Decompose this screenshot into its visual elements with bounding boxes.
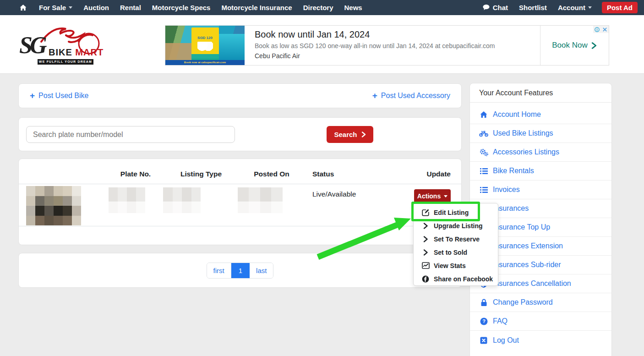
menu-item-upgrade-listing[interactable]: Upgrade Listing xyxy=(414,219,498,232)
post-used-bike-link[interactable]: + Post Used Bike xyxy=(30,91,89,101)
shortlist-nav-button[interactable]: Shortlist xyxy=(513,4,552,11)
menu-item-label: Share on Facebook xyxy=(434,275,493,283)
search-button-label: Search xyxy=(334,131,357,138)
chat-bubble-icon xyxy=(482,4,490,11)
motorcycle-icon xyxy=(479,130,488,137)
status-value: Live/Available xyxy=(312,190,356,198)
ad-title-link[interactable]: Book now until Jan 14, 2024 xyxy=(255,29,540,40)
column-header-plate-no: Plate No. xyxy=(110,170,161,178)
logout-icon xyxy=(479,337,488,344)
pagination-last[interactable]: last xyxy=(250,263,273,278)
column-header-listing-type: Listing Type xyxy=(171,170,231,178)
sidebar-item-label: Insurances Sub-rider xyxy=(493,261,561,269)
ad-image-price: SGD 120 xyxy=(197,36,213,40)
list-icon xyxy=(479,168,488,175)
listing-type-cell-redacted xyxy=(163,187,201,213)
sidebar-item-label: Account Home xyxy=(493,110,541,119)
logo-sg-text: SG xyxy=(19,33,44,57)
nav-item-motorcycle-specs[interactable]: Motorcycle Specs xyxy=(147,4,216,11)
adchoices-info-icon[interactable] xyxy=(593,26,601,33)
ad-image[interactable]: SGD 120 Book now at cebupacificair.com xyxy=(165,26,245,65)
nav-label: Motorcycle Specs xyxy=(152,4,211,11)
chevron-right-icon xyxy=(361,131,366,137)
sidebar-item-label: Bike Rentals xyxy=(493,167,534,175)
sidebar-title: Your Account Features xyxy=(470,83,611,103)
sidebar-item-label: Used Bike Listings xyxy=(493,129,553,137)
sidebar-item-change-password[interactable]: Change Password xyxy=(470,293,611,312)
nav-label: Rental xyxy=(120,4,141,11)
sidebar-item-log-out[interactable]: Log Out xyxy=(470,331,611,350)
pagination-current-page[interactable]: 1 xyxy=(231,263,250,278)
ad-image-poster-footer xyxy=(191,54,219,60)
pagination-first[interactable]: first xyxy=(207,263,231,278)
logo-bikemart-text: BIKE MART xyxy=(49,47,104,58)
menu-item-share-on-facebook[interactable]: Share on Facebook xyxy=(414,272,498,285)
site-logo[interactable]: SG BIKE MART WE FULFILL YOUR DREAM xyxy=(19,23,102,69)
sidebar-item-used-bike-listings[interactable]: Used Bike Listings xyxy=(470,124,611,143)
search-input[interactable] xyxy=(26,126,235,143)
plate-no-cell-redacted xyxy=(109,187,145,213)
chevron-right-icon xyxy=(591,42,597,49)
menu-item-label: Edit Listing xyxy=(434,209,469,216)
column-header-posted-on: Posted On xyxy=(246,170,297,178)
chat-nav-button[interactable]: Chat xyxy=(477,4,513,11)
post-actions-card: + Post Used Bike + Post Used Accessory xyxy=(18,83,462,108)
ad-body: Book now until Jan 14, 2024 Book as low … xyxy=(245,26,540,65)
nav-label: Directory xyxy=(303,4,333,11)
actions-dropdown-menu: Edit Listing Upgrade Listing Set To Rese… xyxy=(413,203,498,286)
ad-image-poster: SGD 120 xyxy=(191,27,219,60)
nav-item-motorcycle-insurance[interactable]: Motorcycle Insurance xyxy=(216,4,297,11)
caret-down-icon xyxy=(69,6,72,9)
page: For Sale Auction Rental Motorcycle Specs… xyxy=(0,0,644,356)
post-ad-button[interactable]: Post Ad xyxy=(602,2,638,13)
menu-item-set-to-sold[interactable]: Set to Sold xyxy=(414,246,498,259)
lock-icon xyxy=(479,299,488,307)
nav-item-rental[interactable]: Rental xyxy=(115,4,147,11)
shortlist-label: Shortlist xyxy=(519,4,547,11)
sidebar-item-label: Insurance Top Up xyxy=(493,223,550,231)
logo-tagline: WE FULFILL YOUR DREAM xyxy=(38,59,93,65)
chat-label: Chat xyxy=(493,4,508,11)
sidebar-item-faq[interactable]: ? FAQ xyxy=(470,312,611,331)
menu-item-set-to-reserve[interactable]: Set To Reserve xyxy=(414,232,498,246)
menu-item-edit-listing[interactable]: Edit Listing xyxy=(414,206,498,219)
actions-dropdown-button[interactable]: Actions xyxy=(414,189,451,203)
listings-table-card: Plate No. Listing Type Posted On Status … xyxy=(18,159,462,245)
menu-item-view-stats[interactable]: View Stats xyxy=(414,259,498,272)
menu-item-label: View Stats xyxy=(434,262,466,269)
question-icon: ? xyxy=(479,318,488,325)
nav-item-for-sale[interactable]: For Sale xyxy=(33,4,78,11)
sidebar-item-invoices[interactable]: Invoices xyxy=(470,181,611,199)
header-band: SG BIKE MART WE FULFILL YOUR DREAM SGD 1… xyxy=(0,15,644,74)
menu-item-label: Upgrade Listing xyxy=(434,222,483,230)
account-label: Account xyxy=(558,4,585,11)
nav-item-directory[interactable]: Directory xyxy=(298,4,339,11)
sidebar-item-account-home[interactable]: Account Home xyxy=(470,105,611,124)
post-used-accessory-link[interactable]: + Post Used Accessory xyxy=(372,91,450,101)
sidebar-item-label: FAQ xyxy=(493,317,508,325)
chevron-right-icon xyxy=(421,223,430,229)
account-nav-button[interactable]: Account xyxy=(552,4,597,11)
ad-banner: SGD 120 Book now at cebupacificair.com B… xyxy=(165,25,609,66)
pagination: first 1 last xyxy=(207,263,274,279)
caret-down-icon xyxy=(588,6,592,9)
post-used-accessory-label: Post Used Accessory xyxy=(381,92,450,100)
ad-cta-label: Book Now xyxy=(552,41,587,50)
nav-item-auction[interactable]: Auction xyxy=(78,4,115,11)
nav-left: For Sale Auction Rental Motorcycle Specs… xyxy=(19,4,368,11)
sidebar-item-label: Insurances Cancellation xyxy=(493,279,571,288)
ad-image-people xyxy=(197,42,213,54)
home-nav-button[interactable] xyxy=(19,4,33,11)
listing-thumbnail-redacted[interactable] xyxy=(26,186,81,225)
home-icon xyxy=(479,111,488,119)
sidebar-item-bike-rentals[interactable]: Bike Rentals xyxy=(470,162,611,181)
menu-item-label: Set to Sold xyxy=(434,249,467,256)
search-button[interactable]: Search xyxy=(327,126,373,143)
logo-mart: MART xyxy=(75,47,104,57)
sidebar-item-accessories-listings[interactable]: Accessories Listings xyxy=(470,143,611,162)
ad-close-icon[interactable] xyxy=(601,26,609,33)
nav-item-news[interactable]: News xyxy=(339,4,368,11)
nav-label: For Sale xyxy=(39,4,66,11)
post-used-bike-label: Post Used Bike xyxy=(38,92,88,100)
ad-description: Book as low as SGD 120 one-way all-in no… xyxy=(255,42,540,49)
